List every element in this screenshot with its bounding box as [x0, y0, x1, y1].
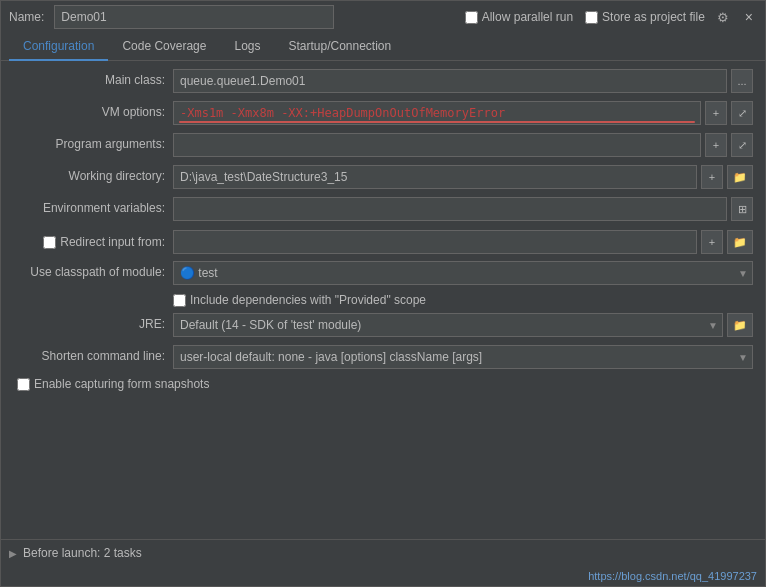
configuration-content: Main class: ... VM options: + ⤢ Program … — [1, 61, 765, 539]
vm-options-container — [173, 101, 701, 125]
program-args-expand-button[interactable]: ⤢ — [731, 133, 753, 157]
redirect-field: + 📁 — [173, 230, 753, 254]
allow-parallel-checkbox[interactable] — [465, 11, 478, 24]
enable-snapshots-checkbox[interactable] — [17, 378, 30, 391]
enable-snapshots-row: Enable capturing form snapshots — [13, 377, 753, 391]
footer-link[interactable]: https://blog.csdn.net/qq_41997237 — [588, 570, 757, 582]
redirect-label: Redirect input from: — [60, 235, 165, 249]
redirect-label-wrapper: Redirect input from: — [13, 235, 173, 249]
include-deps-checkbox[interactable] — [173, 294, 186, 307]
classpath-dropdown-wrapper: 🔵 test ▼ — [173, 261, 753, 285]
env-vars-input[interactable] — [173, 197, 727, 221]
jre-dropdown-wrapper: Default (14 - SDK of 'test' module) ▼ — [173, 313, 723, 337]
program-args-plus-button[interactable]: + — [705, 133, 727, 157]
before-launch-section: ▶ Before launch: 2 tasks — [1, 539, 765, 566]
redirect-row: Redirect input from: + 📁 — [13, 229, 753, 255]
env-vars-row: Environment variables: ⊞ — [13, 197, 753, 223]
vm-options-expand-button[interactable]: ⤢ — [731, 101, 753, 125]
jre-folder-button[interactable]: 📁 — [727, 313, 753, 337]
footer: https://blog.csdn.net/qq_41997237 — [1, 566, 765, 586]
shorten-field: user-local default: none - java [options… — [173, 345, 753, 369]
vm-options-label: VM options: — [13, 101, 173, 119]
jre-select[interactable]: Default (14 - SDK of 'test' module) — [173, 313, 723, 337]
enable-snapshots-label: Enable capturing form snapshots — [34, 377, 209, 391]
run-configuration-dialog: Name: Allow parallel run Store as projec… — [0, 0, 766, 587]
classpath-field: 🔵 test ▼ — [173, 261, 753, 285]
redirect-checkbox[interactable] — [43, 236, 56, 249]
program-args-label: Program arguments: — [13, 133, 173, 151]
env-vars-label: Environment variables: — [13, 197, 173, 215]
title-bar: Name: Allow parallel run Store as projec… — [1, 1, 765, 33]
vm-options-field: + ⤢ — [173, 101, 753, 125]
jre-row: JRE: Default (14 - SDK of 'test' module)… — [13, 313, 753, 339]
title-bar-left: Name: — [9, 5, 334, 29]
allow-parallel-label: Allow parallel run — [465, 10, 573, 24]
classpath-label: Use classpath of module: — [13, 261, 173, 279]
redirect-folder-button[interactable]: 📁 — [727, 230, 753, 254]
name-label: Name: — [9, 10, 44, 24]
main-class-field: ... — [173, 69, 753, 93]
main-class-label: Main class: — [13, 69, 173, 87]
vm-underline — [179, 121, 695, 123]
jre-label: JRE: — [13, 313, 173, 331]
redirect-input[interactable] — [173, 230, 697, 254]
env-vars-field: ⊞ — [173, 197, 753, 221]
vm-options-row: VM options: + ⤢ — [13, 101, 753, 127]
main-class-browse-button[interactable]: ... — [731, 69, 753, 93]
classpath-select[interactable]: 🔵 test — [173, 261, 753, 285]
include-deps-label: Include dependencies with "Provided" sco… — [173, 293, 426, 307]
shorten-dropdown-wrapper: user-local default: none - java [options… — [173, 345, 753, 369]
env-vars-edit-button[interactable]: ⊞ — [731, 197, 753, 221]
redirect-folder-icon: 📁 — [733, 236, 747, 249]
before-launch-label: Before launch: 2 tasks — [23, 546, 142, 560]
tab-code-coverage[interactable]: Code Coverage — [108, 33, 220, 61]
classpath-row: Use classpath of module: 🔵 test ▼ — [13, 261, 753, 287]
store-project-label: Store as project file — [585, 10, 705, 24]
working-dir-field: + 📁 — [173, 165, 753, 189]
include-deps-row: Include dependencies with "Provided" sco… — [13, 293, 753, 307]
jre-folder-icon: 📁 — [733, 319, 747, 332]
program-args-input[interactable] — [173, 133, 701, 157]
main-class-row: Main class: ... — [13, 69, 753, 95]
working-dir-plus-button[interactable]: + — [701, 165, 723, 189]
tab-configuration[interactable]: Configuration — [9, 33, 108, 61]
table-icon: ⊞ — [738, 203, 747, 216]
working-dir-folder-button[interactable]: 📁 — [727, 165, 753, 189]
tab-logs[interactable]: Logs — [220, 33, 274, 61]
redirect-plus-button[interactable]: + — [701, 230, 723, 254]
working-dir-input[interactable] — [173, 165, 697, 189]
vm-options-plus-button[interactable]: + — [705, 101, 727, 125]
shorten-label: Shorten command line: — [13, 345, 173, 363]
name-input[interactable] — [54, 5, 334, 29]
tabs-bar: Configuration Code Coverage Logs Startup… — [1, 33, 765, 61]
close-button[interactable]: × — [741, 9, 757, 25]
before-launch-toggle-icon[interactable]: ▶ — [9, 548, 17, 559]
working-dir-row: Working directory: + 📁 — [13, 165, 753, 191]
program-args-row: Program arguments: + ⤢ — [13, 133, 753, 159]
gear-icon[interactable]: ⚙ — [717, 10, 729, 25]
working-dir-label: Working directory: — [13, 165, 173, 183]
shorten-row: Shorten command line: user-local default… — [13, 345, 753, 371]
jre-field: Default (14 - SDK of 'test' module) ▼ 📁 — [173, 313, 753, 337]
main-class-input[interactable] — [173, 69, 727, 93]
tab-startup-connection[interactable]: Startup/Connection — [274, 33, 405, 61]
store-project-checkbox[interactable] — [585, 11, 598, 24]
folder-icon: 📁 — [733, 171, 747, 184]
program-args-field: + ⤢ — [173, 133, 753, 157]
title-bar-right: Allow parallel run Store as project file… — [465, 9, 757, 25]
shorten-select[interactable]: user-local default: none - java [options… — [173, 345, 753, 369]
